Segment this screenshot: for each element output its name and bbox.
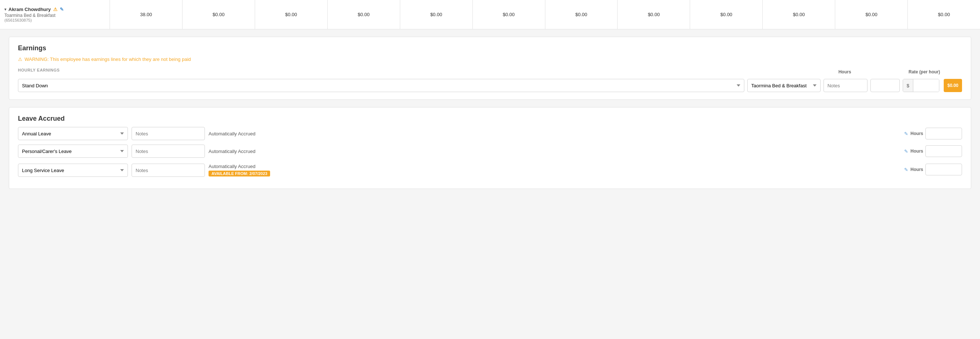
- rate-badge: $0.00: [944, 79, 962, 92]
- employee-id: (65615630875): [5, 18, 105, 22]
- annual-leave-edit-icon[interactable]: ✎: [904, 131, 908, 136]
- main-content: Earnings ⚠ WARNING: This employee has ea…: [0, 29, 980, 196]
- earnings-row: Stand Down Taormina Bed & Breakfast 38 $…: [18, 79, 962, 92]
- annual-leave-accrued-label: Automatically Accrued: [208, 131, 267, 136]
- earnings-warning: ⚠ WARNING: This employee has earnings li…: [18, 56, 962, 62]
- carers-leave-edit-icon[interactable]: ✎: [904, 149, 908, 154]
- available-from-badge: AVAILABLE FROM: 2/07/2023: [208, 171, 270, 176]
- earnings-hours-input[interactable]: 38: [870, 79, 900, 92]
- value-cell-10: $0.00: [835, 0, 908, 29]
- annual-leave-hours-input[interactable]: 2.92296: [925, 128, 962, 139]
- employee-workplace: Toarmina Bed & Breakfast: [5, 13, 105, 18]
- edit-icon[interactable]: ✎: [60, 6, 64, 12]
- long-service-leave-edit-icon[interactable]: ✎: [904, 167, 908, 173]
- value-cell-7: $0.00: [617, 0, 690, 29]
- value-cell-6: $0.00: [545, 0, 618, 29]
- leave-accrued-section: Leave Accrued Annual Leave Automatically…: [9, 107, 971, 189]
- rate-prefix-container: $ 0: [903, 79, 939, 92]
- carers-leave-select[interactable]: Personal/Carer's Leave: [18, 145, 128, 158]
- carers-leave-notes[interactable]: [132, 145, 205, 158]
- leave-accrued-title: Leave Accrued: [18, 115, 962, 123]
- value-cell-9: $0.00: [763, 0, 835, 29]
- annual-leave-right-col: ✎ Hours 2.92296: [859, 128, 962, 139]
- value-cell-2: $0.00: [255, 0, 328, 29]
- value-cell-3: $0.00: [328, 0, 400, 29]
- carers-leave-hours-input[interactable]: 1.46148: [925, 145, 962, 157]
- carers-leave-row: Personal/Carer's Leave Automatically Acc…: [18, 145, 962, 158]
- value-cell-1: $0.00: [183, 0, 255, 29]
- long-service-leave-right-col: ✎ Hours 0.63346: [859, 164, 962, 175]
- long-service-leave-select[interactable]: Long Service Leave: [18, 164, 128, 177]
- annual-leave-hours-label: Hours: [910, 131, 923, 136]
- hourly-earnings-label: HOURLY EARNINGS: [18, 68, 60, 72]
- long-service-leave-hours-label: Hours: [910, 167, 923, 172]
- earnings-title: Earnings: [18, 45, 962, 52]
- annual-leave-select[interactable]: Annual Leave: [18, 127, 128, 140]
- hours-col-header: Hours: [830, 69, 859, 75]
- carers-leave-accrued-label: Automatically Accrued: [208, 149, 267, 154]
- value-cell-5: $0.00: [473, 0, 545, 29]
- earnings-section: Earnings ⚠ WARNING: This employee has ea…: [9, 37, 971, 100]
- long-service-leave-hours-input[interactable]: 0.63346: [925, 164, 962, 175]
- rate-dollar-sign: $: [903, 79, 913, 92]
- warning-icon: ⚠: [53, 6, 57, 12]
- earnings-notes-input[interactable]: [824, 79, 867, 92]
- rate-col-header: Rate (per hour): [881, 69, 940, 75]
- earnings-type-select[interactable]: Stand Down: [18, 79, 745, 92]
- rate-value-input[interactable]: 0: [913, 79, 939, 92]
- warning-text: WARNING: This employee has earnings line…: [25, 56, 191, 62]
- value-cell-4: $0.00: [400, 0, 473, 29]
- long-service-leave-accrued-label: Automatically Accrued: [208, 164, 270, 169]
- chevron-down-icon[interactable]: ▾: [5, 7, 6, 11]
- employee-name: Akram Chowdhury: [8, 6, 51, 12]
- carers-leave-right-col: ✎ Hours 1.46148: [859, 145, 962, 157]
- annual-leave-row: Annual Leave Automatically Accrued ✎ Hou…: [18, 127, 962, 140]
- long-service-leave-row: Long Service Leave Automatically Accrued…: [18, 162, 962, 177]
- long-service-leave-notes[interactable]: [132, 164, 205, 177]
- annual-leave-notes[interactable]: [132, 127, 205, 140]
- employee-header-row: ▾ Akram Chowdhury ⚠ ✎ Toarmina Bed & Bre…: [0, 0, 980, 29]
- hours-cell: 38.00: [110, 0, 183, 29]
- carers-leave-hours-label: Hours: [910, 149, 923, 154]
- employee-name-cell: ▾ Akram Chowdhury ⚠ ✎ Toarmina Bed & Bre…: [0, 0, 110, 29]
- value-cell-8: $0.00: [690, 0, 763, 29]
- workplace-select[interactable]: Taormina Bed & Breakfast: [747, 79, 821, 92]
- warning-triangle-icon: ⚠: [18, 56, 22, 62]
- value-cell-11: $0.00: [908, 0, 980, 29]
